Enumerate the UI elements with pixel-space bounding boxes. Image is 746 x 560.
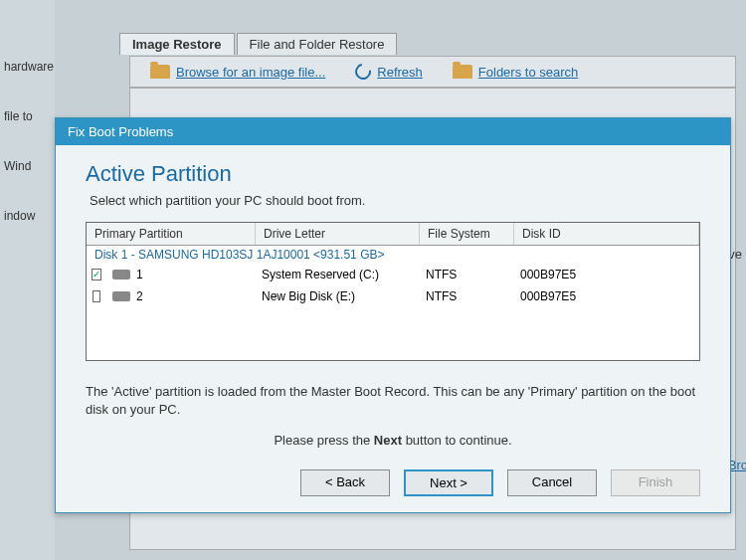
cell-drive-letter: System Reserved (C:) — [256, 266, 420, 283]
modal-title-bar: Fix Boot Problems — [56, 118, 730, 145]
next-button[interactable]: Next > — [404, 469, 493, 496]
modal-button-row: < Back Next > Cancel Finish — [56, 460, 730, 512]
bg-item: file to — [0, 107, 55, 125]
cell-drive-letter: New Big Disk (E:) — [256, 287, 420, 305]
disk-icon — [112, 291, 130, 301]
cell-primary-partition: 1 — [106, 266, 256, 283]
cancel-button[interactable]: Cancel — [507, 469, 597, 496]
press-pre: Please press the — [274, 433, 373, 448]
press-next-hint: Please press the Next button to continue… — [86, 433, 700, 448]
col-disk-id[interactable]: Disk ID — [514, 223, 699, 245]
bg-item: hardware — [0, 58, 55, 76]
disk-group-row[interactable]: Disk 1 - SAMSUNG HD103SJ 1AJ10001 <931.5… — [87, 246, 699, 264]
modal-subheading: Select which partition your PC should bo… — [90, 193, 700, 208]
col-primary-partition[interactable]: Primary Partition — [87, 223, 256, 245]
partition-number: 1 — [136, 268, 143, 281]
cell-disk-id: 000B97E5 — [514, 266, 673, 283]
tab-file-folder-restore[interactable]: File and Folder Restore — [237, 33, 398, 55]
back-button[interactable]: < Back — [300, 469, 390, 496]
folders-search-item[interactable]: Folders to search — [453, 65, 578, 80]
col-file-system[interactable]: File System — [420, 223, 514, 245]
cell-primary-partition: 2 — [106, 287, 256, 305]
bg-item: indow — [0, 207, 55, 225]
grid-header: Primary Partition Drive Letter File Syst… — [87, 223, 699, 246]
tab-image-restore[interactable]: Image Restore — [119, 33, 235, 55]
partition-number: 2 — [136, 289, 143, 303]
fix-boot-modal: Fix Boot Problems Active Partition Selec… — [55, 117, 731, 513]
browse-image-item[interactable]: Browse for an image file... — [150, 65, 325, 80]
refresh-link[interactable]: Refresh — [377, 65, 423, 80]
bg-item: Wind — [0, 157, 55, 175]
refresh-icon — [352, 61, 374, 83]
cell-disk-id: 000B97E5 — [514, 287, 673, 305]
tabs: Image Restore File and Folder Restore — [119, 33, 397, 55]
partition-checkbox[interactable] — [92, 269, 101, 280]
toolbar: Browse for an image file... Refresh Fold… — [129, 56, 736, 88]
disk-label: Disk 1 - SAMSUNG HD103SJ 1AJ10001 <931.5… — [94, 248, 384, 262]
cell-file-system: NTFS — [420, 287, 514, 305]
bg-sidebar-fragments: hardware file to Wind indow — [0, 0, 55, 560]
partition-row[interactable]: 1 System Reserved (C:) NTFS 000B97E5 — [87, 264, 699, 285]
disk-icon — [112, 270, 130, 280]
finish-button: Finish — [611, 469, 700, 496]
press-post: button to continue. — [402, 433, 512, 448]
folder-icon — [150, 65, 170, 79]
modal-heading: Active Partition — [86, 161, 700, 187]
partition-grid: Primary Partition Drive Letter File Syst… — [86, 222, 700, 361]
browse-image-link[interactable]: Browse for an image file... — [176, 65, 325, 80]
press-bold: Next — [374, 433, 402, 448]
cell-file-system: NTFS — [420, 266, 514, 283]
folder-search-icon — [453, 65, 472, 79]
active-partition-hint: The 'Active' partition is loaded from th… — [86, 383, 700, 419]
modal-body: Active Partition Select which partition … — [56, 145, 730, 460]
partition-row[interactable]: 2 New Big Disk (E:) NTFS 000B97E5 — [87, 285, 699, 307]
col-drive-letter[interactable]: Drive Letter — [256, 223, 420, 245]
partition-checkbox[interactable] — [93, 290, 100, 302]
refresh-item[interactable]: Refresh — [355, 64, 423, 80]
folders-search-link[interactable]: Folders to search — [478, 65, 578, 80]
